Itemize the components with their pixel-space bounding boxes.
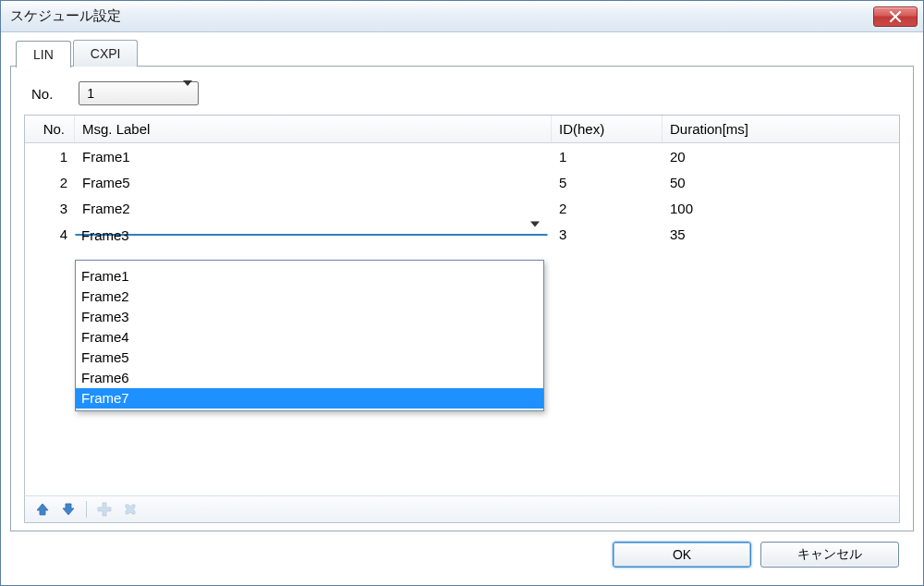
cell-id[interactable]: 2 — [552, 198, 663, 219]
col-header-no[interactable]: No. — [25, 116, 75, 142]
grid-body: 1 Frame1 1 20 2 Frame5 5 50 3 Frame2 — [25, 143, 899, 495]
no-selector-row: No. 1 — [31, 81, 900, 105]
cell-no: 4 — [25, 224, 75, 245]
table-row[interactable]: 2 Frame5 5 50 — [25, 169, 899, 195]
tabstrip: LIN CXPI — [16, 40, 914, 67]
cell-msg[interactable]: Frame2 — [75, 198, 552, 219]
dropdown-option[interactable]: Frame6 — [76, 368, 543, 388]
dialog-footer: OK キャンセル — [10, 531, 914, 578]
delete-icon — [123, 502, 138, 517]
dropdown-option[interactable]: Frame3 — [76, 307, 543, 327]
plus-icon — [97, 502, 112, 517]
table-row[interactable]: 1 Frame1 1 20 — [25, 143, 899, 169]
tab-panel-lin: No. 1 No. Msg. Label ID(hex) Duration[ms… — [10, 66, 914, 531]
msglabel-dropdown[interactable]: Frame1 Frame2 Frame3 Frame4 Frame5 Frame… — [75, 260, 544, 411]
cell-id[interactable]: 1 — [552, 146, 663, 167]
no-combobox[interactable]: 1 — [79, 81, 199, 105]
col-header-duration[interactable]: Duration[ms] — [663, 116, 847, 142]
cell-id[interactable]: 3 — [552, 224, 663, 245]
dropdown-option[interactable]: Frame1 — [76, 266, 543, 287]
no-combobox-value: 1 — [87, 86, 94, 101]
table-row[interactable]: 3 Frame2 2 100 — [25, 195, 899, 221]
table-row[interactable]: 4 Frame3 Frame1 Frame2 Frame3 Frame4 — [25, 221, 899, 247]
move-up-button[interactable] — [32, 499, 53, 519]
cell-dur[interactable]: 35 — [663, 224, 847, 245]
cell-dur[interactable]: 20 — [663, 146, 847, 167]
arrow-down-icon — [61, 502, 76, 517]
dropdown-option[interactable]: Frame4 — [76, 327, 543, 348]
tab-cxpi[interactable]: CXPI — [73, 40, 139, 67]
grid-toolbar — [24, 495, 900, 523]
col-header-msglabel[interactable]: Msg. Label — [75, 116, 552, 142]
chevron-down-icon — [530, 227, 540, 243]
arrow-up-icon — [35, 502, 50, 517]
msglabel-combobox-value: Frame3 — [81, 227, 129, 243]
cell-id[interactable]: 5 — [552, 172, 663, 193]
dropdown-option[interactable]: Frame2 — [76, 287, 543, 307]
ok-button-label: OK — [673, 547, 691, 562]
cancel-button-label: キャンセル — [797, 546, 862, 563]
no-label: No. — [31, 86, 53, 102]
window-title: スケジュール設定 — [10, 7, 873, 25]
dropdown-option-highlighted[interactable]: Frame7 — [76, 388, 543, 409]
cell-dur[interactable]: 50 — [663, 172, 847, 193]
ok-button[interactable]: OK — [613, 542, 751, 568]
cell-no: 3 — [25, 198, 75, 219]
titlebar: スケジュール設定 — [1, 1, 923, 32]
delete-row-button[interactable] — [120, 499, 140, 519]
cell-msg[interactable]: Frame1 — [75, 146, 552, 167]
cell-dur[interactable]: 100 — [663, 198, 847, 219]
toolbar-separator — [86, 501, 87, 518]
cancel-button[interactable]: キャンセル — [760, 542, 899, 568]
cell-no: 2 — [25, 172, 75, 193]
schedule-grid: No. Msg. Label ID(hex) Duration[ms] 1 Fr… — [24, 115, 900, 495]
dropdown-option[interactable]: Frame5 — [76, 348, 543, 368]
client-area: LIN CXPI No. 1 No. Msg. Label ID(hex) Du… — [1, 32, 923, 585]
close-button[interactable] — [873, 6, 918, 27]
close-icon — [889, 11, 902, 22]
move-down-button[interactable] — [58, 499, 79, 519]
add-row-button[interactable] — [94, 499, 115, 519]
cell-msg[interactable]: Frame5 — [75, 172, 552, 193]
cell-no: 1 — [25, 146, 75, 167]
tab-lin[interactable]: LIN — [16, 41, 71, 67]
chevron-down-icon — [183, 86, 192, 101]
msglabel-combobox[interactable]: Frame3 — [75, 234, 548, 236]
tab-lin-label: LIN — [33, 47, 54, 62]
schedule-settings-window: スケジュール設定 LIN CXPI No. 1 — [0, 0, 924, 586]
col-header-idhex[interactable]: ID(hex) — [552, 116, 663, 142]
grid-header: No. Msg. Label ID(hex) Duration[ms] — [25, 116, 899, 143]
tab-cxpi-label: CXPI — [91, 46, 121, 61]
